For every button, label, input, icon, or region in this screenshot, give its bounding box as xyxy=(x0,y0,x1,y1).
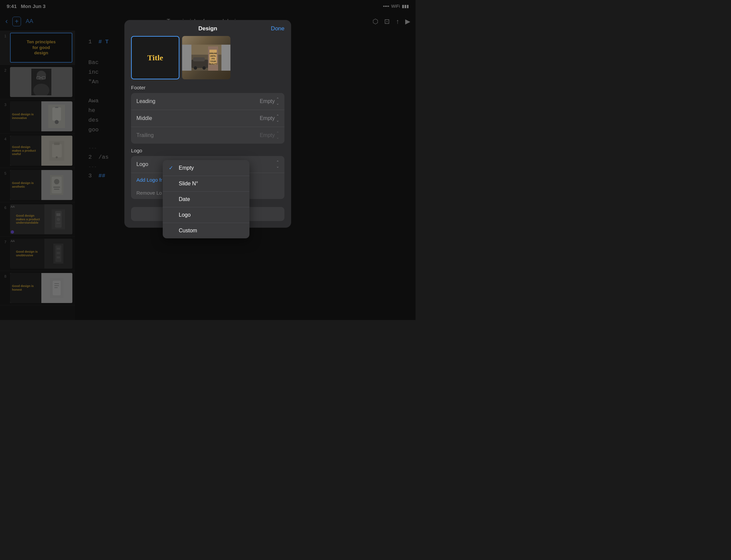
theme-card-dark[interactable]: Title xyxy=(131,36,179,79)
svg-point-45 xyxy=(194,66,197,70)
svg-rect-37 xyxy=(209,50,217,65)
dropdown-empty-label: Empty xyxy=(179,165,194,171)
footer-row-middle[interactable]: Middle Empty ⌃⌄ xyxy=(131,110,284,127)
footer-middle-value: Empty ⌃⌄ xyxy=(260,114,279,123)
footer-leading-value: Empty ⌃⌄ xyxy=(260,97,279,106)
svg-text:REALITY: REALITY xyxy=(209,63,217,65)
footer-leading-label: Leading xyxy=(136,98,155,104)
modal-overlay: Design Done Title xyxy=(0,0,416,320)
dropdown-item-date[interactable]: Date xyxy=(163,192,249,207)
dropdown-item-custom[interactable]: Custom xyxy=(163,223,249,238)
theme-title-text: Title xyxy=(147,53,163,62)
dropdown-item-slideno[interactable]: Slide N° xyxy=(163,176,249,192)
chevron-updown-icon: ⌃⌄ xyxy=(276,97,279,106)
dropdown-logo-label: Logo xyxy=(179,212,191,218)
footer-trailing-label: Trailing xyxy=(136,132,154,138)
chevron-updown-icon-trailing: ⌃⌄ xyxy=(276,131,279,140)
dropdown-menu: ✓ Empty Slide N° Date Logo Custom xyxy=(163,160,249,238)
dropdown-date-label: Date xyxy=(179,196,190,202)
svg-point-46 xyxy=(202,66,206,70)
footer-section: Footer Leading Empty ⌃⌄ Middle Empty ⌃⌄ xyxy=(124,85,291,148)
footer-section-label: Footer xyxy=(131,85,284,90)
svg-text:ITS: ITS xyxy=(211,58,214,60)
logo-chevron-icon: ⌃⌄ xyxy=(276,160,279,169)
panel-header: Design Done xyxy=(124,20,291,36)
svg-rect-44 xyxy=(193,57,205,61)
chevron-updown-icon-middle: ⌃⌄ xyxy=(276,114,279,123)
dropdown-custom-label: Custom xyxy=(179,228,197,234)
svg-text:DREAM: DREAM xyxy=(209,52,217,54)
footer-trailing-value: Empty ⌃⌄ xyxy=(260,131,279,140)
panel-title: Design xyxy=(198,25,217,32)
footer-row-leading[interactable]: Leading Empty ⌃⌄ xyxy=(131,93,284,110)
checkmark-icon: ✓ xyxy=(169,165,175,171)
footer-row-trailing[interactable]: Trailing Empty ⌃⌄ xyxy=(131,127,284,144)
design-panel: Design Done Title xyxy=(124,20,291,228)
logo-section-label: Logo xyxy=(131,148,284,153)
logo-row-label: Logo xyxy=(136,161,148,167)
svg-text:YOUR: YOUR xyxy=(210,60,216,62)
svg-text:UNTIL: UNTIL xyxy=(210,55,216,57)
dropdown-item-logo[interactable]: Logo xyxy=(163,207,249,223)
dropdown-item-empty[interactable]: ✓ Empty xyxy=(163,160,249,176)
theme-preview: Title DREAM UNTIL ITS xyxy=(124,36,291,85)
done-button[interactable]: Done xyxy=(271,25,284,32)
dropdown-slideno-label: Slide N° xyxy=(179,181,198,187)
footer-options: Leading Empty ⌃⌄ Middle Empty ⌃⌄ Trailin… xyxy=(131,93,284,144)
footer-middle-label: Middle xyxy=(136,115,152,121)
theme-card-photo[interactable]: DREAM UNTIL ITS YOUR REALITY xyxy=(182,36,230,79)
photo-overlay: DREAM UNTIL ITS YOUR REALITY xyxy=(182,36,230,79)
